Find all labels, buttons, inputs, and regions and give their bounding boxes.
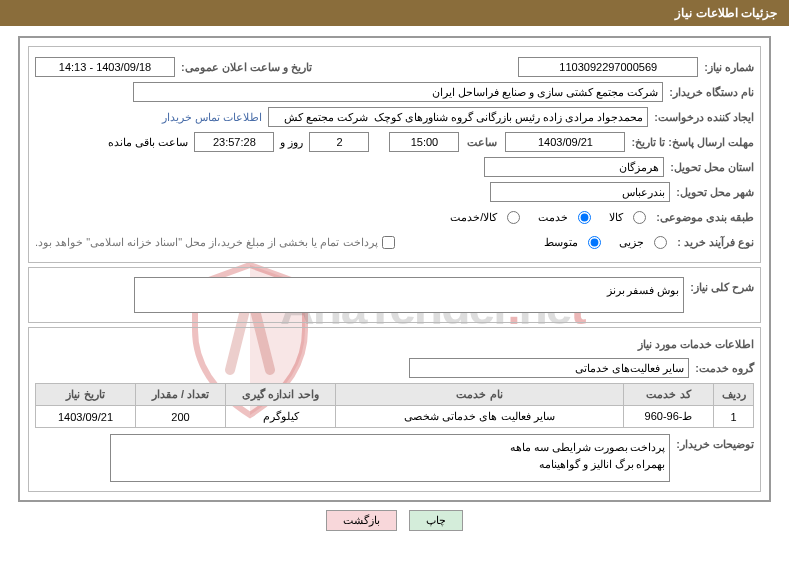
th-date: تاریخ نیاز [36, 384, 136, 406]
city-label: شهر محل تحویل: [676, 186, 754, 199]
table-header-row: ردیف کد خدمت نام خدمت واحد اندازه گیری ت… [36, 384, 754, 406]
page-header: جزئیات اطلاعات نیاز [0, 0, 789, 26]
services-table: ردیف کد خدمت نام خدمت واحد اندازه گیری ت… [35, 383, 754, 428]
th-qty: تعداد / مقدار [136, 384, 226, 406]
time-label: ساعت [467, 136, 497, 149]
group-field[interactable] [409, 358, 689, 378]
radio-medium-label: متوسط [544, 236, 578, 249]
row-buyer: نام دستگاه خریدار: [35, 81, 754, 103]
th-name: نام خدمت [336, 384, 624, 406]
row-deadline: مهلت ارسال پاسخ: تا تاریخ: ساعت روز و سا… [35, 131, 754, 153]
radio-khadamat[interactable] [578, 211, 591, 224]
buyer-note-label: توضیحات خریدار: [676, 438, 754, 451]
print-button[interactable]: چاپ [409, 510, 463, 531]
back-button[interactable]: بازگشت [326, 510, 397, 531]
buyer-field[interactable] [133, 82, 663, 102]
table-row: 1 ط-96-960 سایر فعالیت های خدماتی شخصی ک… [36, 406, 754, 428]
th-row: ردیف [714, 384, 754, 406]
need-no-label: شماره نیاز: [704, 61, 754, 74]
treasury-note: پرداخت تمام یا بخشی از مبلغ خرید،از محل … [35, 236, 378, 249]
days-field[interactable] [309, 132, 369, 152]
deadline-date-field[interactable] [505, 132, 625, 152]
button-bar: چاپ بازگشت [0, 510, 789, 531]
row-process: نوع فرآیند خرید : جزیی متوسط پرداخت تمام… [35, 231, 754, 253]
buyer-note-textarea[interactable] [110, 434, 670, 482]
services-heading: اطلاعات خدمات مورد نیاز [35, 338, 754, 351]
creator-field[interactable] [268, 107, 648, 127]
radio-both[interactable] [507, 211, 520, 224]
cell-code: ط-96-960 [624, 406, 714, 428]
days-and-label: روز و [280, 136, 303, 149]
province-field[interactable] [484, 157, 664, 177]
deadline-time-field[interactable] [389, 132, 459, 152]
summary-label: شرح کلی نیاز: [690, 281, 754, 294]
radio-kala-label: کالا [609, 211, 623, 224]
section-general: شماره نیاز: تاریخ و ساعت اعلان عمومی: نا… [28, 46, 761, 263]
radio-both-label: کالا/خدمت [450, 211, 497, 224]
radio-khadamat-label: خدمت [538, 211, 568, 224]
section-services: اطلاعات خدمات مورد نیاز گروه خدمت: ردیف … [28, 327, 761, 492]
page-title: جزئیات اطلاعات نیاز [675, 6, 777, 20]
process-label: نوع فرآیند خرید : [677, 236, 754, 249]
countdown-field[interactable] [194, 132, 274, 152]
radio-partial[interactable] [654, 236, 667, 249]
row-group: گروه خدمت: [35, 357, 754, 379]
contact-link[interactable]: اطلاعات تماس خریدار [162, 111, 262, 124]
remaining-label: ساعت باقی مانده [108, 136, 188, 149]
cell-row: 1 [714, 406, 754, 428]
summary-textarea[interactable] [134, 277, 684, 313]
city-field[interactable] [490, 182, 670, 202]
category-label: طبقه بندی موضوعی: [656, 211, 754, 224]
buyer-label: نام دستگاه خریدار: [669, 86, 754, 99]
radio-medium[interactable] [588, 236, 601, 249]
row-need-no: شماره نیاز: تاریخ و ساعت اعلان عمومی: [35, 56, 754, 78]
announce-label: تاریخ و ساعت اعلان عمومی: [181, 61, 312, 74]
cell-unit: کیلوگرم [226, 406, 336, 428]
row-summary: شرح کلی نیاز: [35, 277, 754, 313]
row-city: شهر محل تحویل: [35, 181, 754, 203]
th-unit: واحد اندازه گیری [226, 384, 336, 406]
need-no-field[interactable] [518, 57, 698, 77]
creator-label: ایجاد کننده درخواست: [654, 111, 754, 124]
deadline-label: مهلت ارسال پاسخ: تا تاریخ: [631, 135, 754, 149]
th-code: کد خدمت [624, 384, 714, 406]
group-label: گروه خدمت: [695, 362, 754, 375]
row-creator: ایجاد کننده درخواست: اطلاعات تماس خریدار [35, 106, 754, 128]
cell-name: سایر فعالیت های خدماتی شخصی [336, 406, 624, 428]
treasury-checkbox[interactable] [382, 236, 395, 249]
row-buyer-note: توضیحات خریدار: [35, 434, 754, 482]
radio-kala[interactable] [633, 211, 646, 224]
section-summary: شرح کلی نیاز: [28, 267, 761, 323]
cell-date: 1403/09/21 [36, 406, 136, 428]
radio-partial-label: جزیی [619, 236, 644, 249]
announce-field[interactable] [35, 57, 175, 77]
row-province: استان محل تحویل: [35, 156, 754, 178]
row-category: طبقه بندی موضوعی: کالا خدمت کالا/خدمت [35, 206, 754, 228]
cell-qty: 200 [136, 406, 226, 428]
province-label: استان محل تحویل: [670, 161, 754, 174]
form-container: شماره نیاز: تاریخ و ساعت اعلان عمومی: نا… [18, 36, 771, 502]
